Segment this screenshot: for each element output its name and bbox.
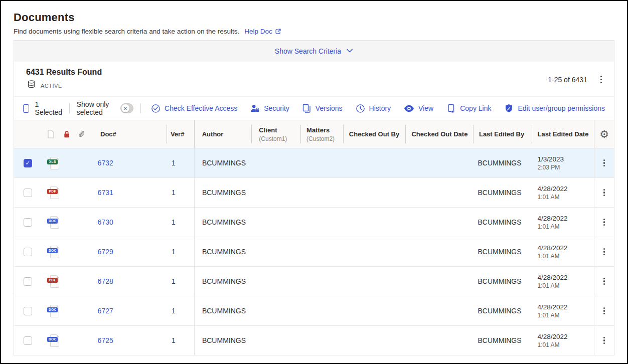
row-overflow-menu-icon[interactable] (599, 304, 609, 318)
doc-number-link[interactable]: 6730 (98, 218, 113, 226)
table-row[interactable]: DOC 6729 1 BCUMMINGS BCUMMINGS 4/28/2022… (14, 237, 614, 267)
doc-number-link[interactable]: 6728 (98, 277, 113, 285)
row-checkbox[interactable] (24, 248, 32, 256)
client-cell (252, 296, 301, 325)
checked-out-date-cell (405, 178, 473, 207)
doc-number-link[interactable]: 6727 (98, 307, 113, 315)
file-type-icon: DOC (49, 334, 59, 347)
last-edited-date-cell: 4/28/2022 1:01 AM (532, 237, 594, 266)
table-body: XLS 6732 1 BCUMMINGS BCUMMINGS 1/3/2023 … (14, 148, 614, 355)
results-header: 6431 Results Found ACTIVE 1-25 of 6431 (14, 62, 614, 96)
help-doc-link[interactable]: Help Doc (244, 28, 281, 35)
col-header-doc[interactable]: Doc# (100, 130, 116, 138)
version-cell: 1 (167, 208, 194, 237)
show-only-selected-toggle[interactable]: ✕ (120, 103, 133, 113)
show-search-criteria-toggle[interactable]: Show Search Criteria (14, 41, 614, 62)
copies-icon (302, 104, 311, 113)
client-cell (252, 148, 301, 177)
check-effective-access-button[interactable]: Check Effective Access (151, 104, 237, 113)
row-overflow-menu-icon[interactable] (599, 245, 609, 259)
file-type-icon: XLS (49, 157, 59, 169)
col-header-last-edited-date[interactable]: Last Edited Date (532, 120, 594, 148)
row-checkbox[interactable] (24, 189, 32, 197)
row-overflow-menu-icon[interactable] (599, 186, 609, 200)
doc-number-link[interactable]: 6731 (98, 189, 113, 197)
show-search-criteria-label: Show Search Criteria (275, 47, 341, 55)
col-header-ver[interactable]: Ver# (167, 120, 194, 148)
row-checkbox[interactable] (24, 159, 32, 167)
matters-cell (300, 326, 343, 355)
versions-button[interactable]: Versions (302, 104, 343, 113)
file-type-badge: DOC (47, 248, 58, 253)
file-type-badge: XLS (47, 159, 58, 164)
table-row[interactable]: PDF 6731 1 BCUMMINGS BCUMMINGS 4/28/2022… (14, 178, 614, 208)
client-cell (252, 178, 301, 207)
table-row[interactable]: DOC 6727 1 BCUMMINGS BCUMMINGS 4/28/2022… (14, 296, 614, 326)
row-checkbox[interactable] (24, 336, 32, 345)
author-cell: BCUMMINGS (194, 148, 252, 177)
security-button[interactable]: Security (250, 104, 289, 113)
col-header-matters[interactable]: Matters(Custom2) (300, 120, 343, 148)
col-header-checked-out-by[interactable]: Checked Out By (343, 120, 406, 148)
table-row[interactable]: XLS 6732 1 BCUMMINGS BCUMMINGS 1/3/2023 … (14, 148, 614, 178)
last-edited-date-cell: 4/28/2022 1:01 AM (532, 267, 594, 296)
file-type-icon: DOC (49, 246, 59, 258)
matters-cell (300, 148, 343, 177)
view-button[interactable]: View (404, 104, 433, 112)
edit-permissions-button[interactable]: Edit user/group permissions (504, 104, 605, 113)
row-overflow-menu-icon[interactable] (599, 275, 609, 288)
user-lock-icon (250, 104, 260, 113)
matters-cell (300, 178, 343, 207)
version-cell: 1 (167, 148, 194, 177)
results-overflow-menu-icon[interactable] (596, 73, 606, 86)
col-header-last-edited-by[interactable]: Last Edited By (473, 120, 532, 148)
row-overflow-menu-icon[interactable] (599, 156, 609, 170)
clock-icon (356, 104, 365, 113)
copy-link-button[interactable]: Copy Link (446, 104, 491, 113)
file-type-icon: DOC (49, 305, 59, 317)
col-header-checked-out-date[interactable]: Checked Out Date (405, 120, 473, 148)
status-badge: ACTIVE (41, 83, 62, 89)
col-header-client[interactable]: Client(Custom1) (251, 120, 300, 148)
file-type-badge: DOC (47, 337, 58, 342)
checked-out-by-cell (343, 237, 406, 266)
table-row[interactable]: PDF 6728 1 BCUMMINGS BCUMMINGS 4/28/2022… (14, 267, 614, 296)
last-edited-date-cell: 4/28/2022 1:01 AM (532, 208, 594, 237)
page-header: Documents Find documents using flexible … (1, 1, 627, 40)
toggle-knob: ✕ (121, 104, 129, 112)
gear-icon[interactable]: ⚙ (599, 129, 609, 139)
checked-out-date-cell (405, 208, 473, 237)
table-header: Doc# Ver# Author Client(Custom1) Matters… (14, 120, 614, 148)
col-header-author[interactable]: Author (194, 120, 252, 148)
paperclip-icon (78, 130, 85, 138)
file-type-icon: PDF (49, 275, 59, 288)
results-panel: Show Search Criteria 6431 Results Found … (14, 40, 614, 355)
last-edited-by-cell: BCUMMINGS (473, 148, 532, 177)
checked-out-by-cell (343, 148, 406, 177)
doc-number-link[interactable]: 6725 (98, 336, 113, 344)
checked-out-by-cell (343, 267, 406, 296)
row-checkbox[interactable] (24, 307, 32, 315)
file-type-icon: DOC (49, 216, 59, 229)
file-type-badge: PDF (47, 278, 58, 283)
table-row[interactable]: DOC 6725 1 BCUMMINGS BCUMMINGS 4/28/2022… (14, 326, 614, 355)
version-cell: 1 (167, 178, 194, 207)
author-cell: BCUMMINGS (194, 208, 252, 237)
last-edited-by-cell: BCUMMINGS (473, 178, 532, 207)
row-overflow-menu-icon[interactable] (599, 334, 609, 347)
history-button[interactable]: History (356, 104, 391, 113)
row-checkbox[interactable] (24, 277, 32, 286)
row-checkbox[interactable] (24, 218, 32, 227)
table-row[interactable]: DOC 6730 1 BCUMMINGS BCUMMINGS 4/28/2022… (14, 208, 614, 237)
version-cell: 1 (167, 326, 194, 355)
last-edited-by-cell: BCUMMINGS (473, 237, 532, 266)
doc-number-link[interactable]: 6729 (98, 248, 113, 256)
document-icon (47, 130, 54, 138)
help-doc-link-label: Help Doc (244, 28, 272, 35)
row-overflow-menu-icon[interactable] (599, 216, 609, 229)
select-all-checkbox[interactable] (23, 104, 29, 113)
copy-link-icon (446, 104, 456, 113)
last-edited-by-cell: BCUMMINGS (473, 208, 532, 237)
doc-number-link[interactable]: 6732 (98, 159, 113, 167)
file-type-badge: DOC (47, 219, 58, 224)
